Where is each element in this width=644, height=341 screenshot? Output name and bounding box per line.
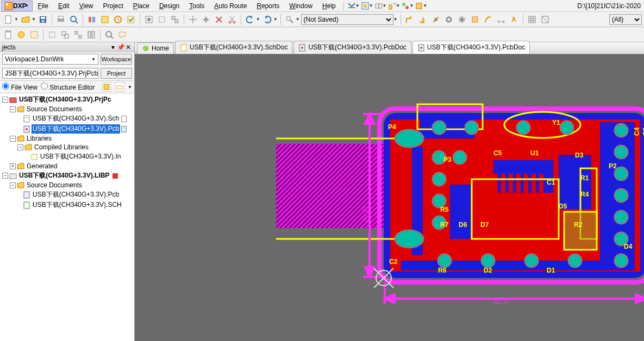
svg-rect-14 bbox=[41, 20, 45, 22]
dxp-button[interactable]: DXP ▼ bbox=[1, 1, 33, 11]
undo-button[interactable] bbox=[244, 14, 256, 26]
workspace-button[interactable]: Workspace bbox=[101, 54, 132, 65]
compile2-btn[interactable] bbox=[28, 29, 40, 41]
sel3-btn[interactable] bbox=[72, 29, 84, 41]
menu-view[interactable]: View bbox=[75, 1, 98, 11]
tree-libp[interactable]: −USB下载(CH340G+3.3V).LIBP bbox=[0, 171, 134, 181]
close-icon[interactable]: ✕ bbox=[124, 43, 132, 51]
zoom-btn[interactable] bbox=[103, 29, 115, 41]
radio-structure[interactable]: Structure Editor bbox=[41, 83, 95, 91]
menu-reports[interactable]: Reports bbox=[252, 1, 284, 11]
panel-ico-1[interactable] bbox=[102, 82, 111, 92]
new-button[interactable] bbox=[2, 14, 14, 26]
menu-window[interactable]: Window bbox=[285, 1, 317, 11]
tree-pcbdoc[interactable]: USB下载(CH340G+3.3V).Pcb bbox=[0, 124, 134, 134]
sel1-btn[interactable] bbox=[46, 29, 58, 41]
panel-ico-2[interactable] bbox=[115, 82, 124, 92]
svg-rect-68 bbox=[117, 86, 122, 89]
menu-icon-5[interactable] bbox=[401, 2, 410, 10]
snap-select[interactable]: (Not Saved) bbox=[301, 14, 393, 25]
svg-point-114 bbox=[433, 121, 446, 134]
wiki-btn[interactable] bbox=[15, 29, 27, 41]
menu-icon-4[interactable] bbox=[388, 2, 397, 10]
menu-icon-2[interactable] bbox=[361, 2, 370, 10]
tab-pcbdoc-1[interactable]: USB下载(CH340G+3.3V).PcbDoc bbox=[293, 41, 411, 54]
zoom-area-button[interactable] bbox=[156, 14, 168, 26]
tab-schdoc[interactable]: USB下载(CH340G+3.3V).SchDoc bbox=[175, 41, 292, 54]
menu-icon-6[interactable] bbox=[415, 2, 423, 10]
arc-btn[interactable] bbox=[482, 14, 494, 26]
open-button[interactable] bbox=[20, 14, 32, 26]
print-button[interactable] bbox=[55, 14, 67, 26]
svg-text:P2: P2 bbox=[609, 162, 617, 170]
tree-srcdocs-1[interactable]: −Source Documents bbox=[0, 105, 134, 113]
sel2-btn[interactable] bbox=[59, 29, 71, 41]
compile-button[interactable] bbox=[125, 14, 137, 26]
redo-button[interactable] bbox=[261, 14, 273, 26]
zoom-sel-button[interactable] bbox=[169, 14, 181, 26]
clip-btn[interactable] bbox=[2, 29, 14, 41]
grid2-btn[interactable] bbox=[539, 14, 551, 26]
tree-pcblib[interactable]: USB下载(CH340G+3.3V).Pcb bbox=[0, 190, 134, 200]
menu-edit[interactable]: Edit bbox=[54, 1, 74, 11]
cross-button[interactable] bbox=[187, 14, 199, 26]
tab-pcbdoc-2[interactable]: USB下载(CH340G+3.3V).PcbDoc bbox=[412, 41, 530, 54]
tree-libs[interactable]: −Libraries bbox=[0, 134, 134, 143]
via2-btn[interactable] bbox=[456, 14, 468, 26]
diffpair-btn[interactable] bbox=[417, 14, 429, 26]
menu-tools[interactable]: Tools bbox=[185, 1, 209, 11]
text-btn[interactable]: A bbox=[508, 14, 520, 26]
project-field[interactable]: JSB下载(CH340G+3.3V).PrjPcb bbox=[2, 68, 98, 79]
origin-button[interactable] bbox=[200, 14, 212, 26]
tree-project-1[interactable]: −USB下载(CH340G+3.3V).PrjPc bbox=[0, 94, 134, 105]
route-btn[interactable] bbox=[404, 14, 416, 26]
tree-schdoc[interactable]: USB下载(CH340G+3.3V).Sch bbox=[0, 113, 134, 124]
tree-gen[interactable]: +Generated bbox=[0, 162, 134, 171]
menu-file[interactable]: File bbox=[34, 1, 53, 11]
svg-line-66 bbox=[111, 36, 113, 39]
sel4-btn[interactable] bbox=[85, 29, 97, 41]
dropdown-icon[interactable]: ▾ bbox=[109, 43, 117, 51]
fill-btn[interactable] bbox=[469, 14, 481, 26]
eco-button[interactable] bbox=[112, 14, 124, 26]
filter-select[interactable]: (All) bbox=[609, 14, 642, 25]
menu-project[interactable]: Project bbox=[98, 1, 127, 11]
dim-btn[interactable] bbox=[495, 14, 507, 26]
tree-compiled[interactable]: −Compiled Libraries bbox=[0, 143, 134, 151]
workspace-field[interactable]: Vorkspace1.DsnWrk▼ bbox=[2, 54, 98, 65]
menu-icon-1[interactable] bbox=[347, 2, 356, 10]
nets-button[interactable] bbox=[213, 14, 225, 26]
menu-help[interactable]: Help bbox=[318, 1, 340, 11]
msg-btn[interactable] bbox=[116, 29, 128, 41]
pcb-drawing: P4 P3 C5 U1 D3 Y1 C1 R1 R4 D5 R5 R7 D6 D… bbox=[276, 98, 644, 337]
cut-button[interactable] bbox=[226, 14, 238, 26]
tree-schlib[interactable]: USB下载(CH340G+3.3V).SCH bbox=[0, 200, 134, 210]
menu-place[interactable]: Place bbox=[129, 1, 154, 11]
project-tree[interactable]: −USB下载(CH340G+3.3V).PrjPc −Source Docume… bbox=[0, 93, 134, 341]
devices-button[interactable] bbox=[86, 14, 98, 26]
pad-btn[interactable] bbox=[443, 14, 455, 26]
pin-icon[interactable]: 📌 bbox=[117, 43, 124, 51]
save-button[interactable] bbox=[37, 14, 49, 26]
svg-rect-23 bbox=[128, 16, 134, 23]
snap-button[interactable] bbox=[284, 14, 296, 26]
preview-button[interactable] bbox=[68, 14, 80, 26]
grid1-btn[interactable] bbox=[526, 14, 538, 26]
via-btn[interactable] bbox=[430, 14, 442, 26]
radio-file-view[interactable]: File View bbox=[2, 83, 37, 91]
svg-text:R1: R1 bbox=[580, 174, 589, 182]
tab-home[interactable]: Home bbox=[137, 42, 174, 54]
zoom-fit-button[interactable] bbox=[143, 14, 155, 26]
pcb-canvas[interactable]: P4 P3 C5 U1 D3 Y1 C1 R1 R4 D5 R5 R7 D6 D… bbox=[135, 54, 644, 341]
menu-icon-3[interactable] bbox=[374, 2, 383, 10]
svg-point-117 bbox=[560, 121, 573, 134]
svg-text:R2: R2 bbox=[574, 221, 583, 229]
lib-button[interactable] bbox=[99, 14, 111, 26]
svg-text:D3: D3 bbox=[575, 151, 584, 159]
svg-text:D7: D7 bbox=[480, 221, 489, 229]
tree-srcdocs-2[interactable]: −Source Documents bbox=[0, 181, 134, 190]
project-button[interactable]: Project bbox=[101, 68, 132, 79]
menu-autoroute[interactable]: Auto Route bbox=[210, 1, 251, 11]
menu-design[interactable]: Design bbox=[155, 1, 184, 11]
tree-intlib[interactable]: USB下载(CH340G+3.3V).In bbox=[0, 151, 134, 162]
